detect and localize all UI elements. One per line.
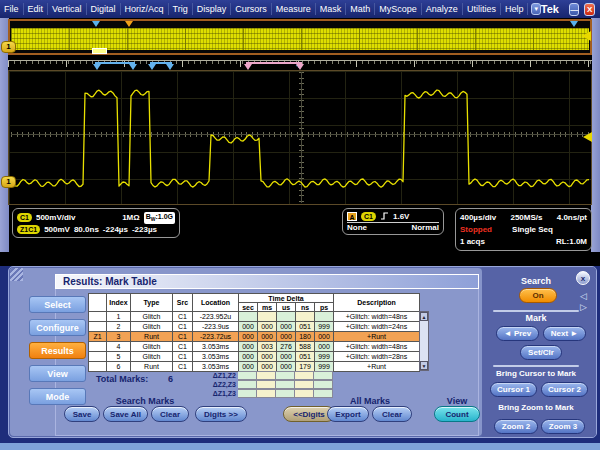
- menu-overflow-button[interactable]: ▼: [531, 3, 540, 15]
- trigger-level-arrow[interactable]: [583, 132, 592, 142]
- export-button[interactable]: Export: [327, 406, 369, 422]
- trigger-mode: Normal: [411, 223, 439, 232]
- panel-divider-2: [493, 365, 579, 367]
- zoom1-channel1-badge: Z1C1: [17, 225, 40, 234]
- channel1-waveform-trace: [9, 71, 591, 204]
- menu-bar: FileEditVerticalDigitalHoriz/AcqTrigDisp…: [0, 0, 600, 18]
- col-ps: ps: [315, 303, 334, 312]
- set-clear-button[interactable]: Set/Clr: [520, 345, 562, 360]
- menu-file[interactable]: File: [0, 3, 24, 15]
- screen-right-edge: [591, 18, 600, 252]
- mark-table-row[interactable]: 5GlitchC13.053ms000000000051999+Glitch: …: [89, 352, 420, 362]
- mark-table-body: 1GlitchC1-223.952u+Glitch: width=48ns2Gl…: [89, 312, 420, 372]
- menu-cursors[interactable]: Cursors: [231, 3, 272, 15]
- delta-empty-cell: [238, 380, 257, 389]
- sidebar-tab-configure[interactable]: Configure: [29, 319, 86, 336]
- menu-analyze[interactable]: Analyze: [422, 3, 463, 15]
- next-mark-button[interactable]: Next ►: [543, 326, 586, 341]
- panel-prev-arrow-icon[interactable]: ◁: [580, 292, 587, 301]
- menu-utilities[interactable]: Utilities: [463, 3, 501, 15]
- sidebar-tab-view[interactable]: View: [29, 365, 86, 382]
- acquisition-count: 1 acqs: [460, 237, 485, 246]
- clear-search-marks-button[interactable]: Clear: [151, 406, 189, 422]
- zoom-time-scale: 80.0ns: [74, 225, 99, 234]
- mark-table-row[interactable]: 6RuntC13.053ms000000000179999+Runt: [89, 362, 420, 372]
- menu-edit[interactable]: Edit: [24, 3, 49, 15]
- close-button[interactable]: X: [584, 3, 595, 16]
- table-scrollbar[interactable]: ▲ ▼: [419, 311, 429, 371]
- oscilloscope-app: FileEditVerticalDigitalHoriz/AcqTrigDisp…: [0, 0, 600, 450]
- count-button[interactable]: Count: [434, 406, 480, 422]
- cursor1-button[interactable]: Cursor 1: [490, 382, 537, 397]
- zoom2-button[interactable]: Zoom 2: [494, 419, 538, 434]
- menu-myscope[interactable]: MyScope: [375, 3, 422, 15]
- search-mark-bracket: [150, 62, 172, 64]
- tek-logo: Tek: [541, 3, 569, 15]
- col-src: Src: [173, 294, 193, 312]
- channel1-badge: C1: [17, 213, 32, 222]
- zoom3-button[interactable]: Zoom 3: [541, 419, 585, 434]
- menu-measure[interactable]: Measure: [272, 3, 316, 15]
- overview-window[interactable]: [8, 19, 592, 55]
- col-index: Index: [107, 294, 131, 312]
- delta-row-label: ΔZ1,Z2: [88, 371, 238, 380]
- prev-mark-button[interactable]: ◄ Prev: [496, 326, 539, 341]
- view-label: View: [432, 396, 482, 406]
- mark-table-row[interactable]: 4GlitchC13.053ms000003276588000+Glitch: …: [89, 342, 420, 352]
- delta-summary: ΔZ1,Z2ΔZ2,Z3ΔZ1,Z3: [88, 371, 333, 398]
- minimize-button[interactable]: —: [569, 3, 580, 16]
- mark-table: Index Type Src Location Time Delta Descr…: [88, 293, 420, 372]
- mark-table-row[interactable]: Z13RuntC1-223.72us000000000180000+Runt: [89, 332, 420, 342]
- overview-trigger-level-arrow[interactable]: [582, 31, 591, 41]
- search-label: Search: [484, 276, 588, 286]
- channel1-position-badge[interactable]: 1: [1, 176, 16, 188]
- menu-help[interactable]: Help: [501, 3, 529, 15]
- menu-digital[interactable]: Digital: [87, 3, 121, 15]
- mark-label: Mark: [484, 313, 588, 323]
- col-type: Type: [131, 294, 173, 312]
- overview-channel-badge[interactable]: 1: [1, 41, 16, 53]
- bring-cursor-label: Bring Cursor to Mark: [484, 369, 588, 378]
- zoom-window-indicator[interactable]: [92, 48, 107, 54]
- mark-table-row[interactable]: 2GlitchC1-223.9us000000000051999+Glitch:…: [89, 322, 420, 332]
- cursor2-button[interactable]: Cursor 2: [541, 382, 588, 397]
- bring-zoom-label: Bring Zoom to Mark: [484, 403, 588, 412]
- scroll-down-icon[interactable]: ▼: [420, 361, 428, 370]
- sidebar-tab-select[interactable]: Select: [29, 296, 86, 313]
- mark-triangle-icon: [92, 21, 100, 27]
- delta-empty-cell: [295, 371, 314, 380]
- main-waveform-window[interactable]: [8, 70, 592, 205]
- menu-vertical[interactable]: Vertical: [48, 3, 87, 15]
- menu-math[interactable]: Math: [346, 3, 375, 15]
- menu-mask[interactable]: Mask: [316, 3, 347, 15]
- trigger-source-badge: C1: [361, 212, 376, 221]
- mark-triangle-icon: [570, 21, 578, 27]
- mark-table-row[interactable]: 1GlitchC1-223.952u+Glitch: width=48ns: [89, 312, 420, 322]
- marks-track: +: [8, 55, 592, 70]
- sidebar-tab-results[interactable]: Results: [29, 342, 86, 359]
- all-marks-label: All Marks: [325, 396, 415, 406]
- save-button[interactable]: Save: [64, 406, 100, 422]
- menu-trig[interactable]: Trig: [169, 3, 193, 15]
- sample-rate: 250MS/s: [510, 213, 542, 222]
- menu-horizacq[interactable]: Horiz/Acq: [121, 3, 169, 15]
- clear-all-marks-button[interactable]: Clear: [372, 406, 412, 422]
- search-on-button[interactable]: On: [519, 288, 557, 303]
- col-ns: ns: [296, 303, 315, 312]
- acquisition-mode: Single Seq: [512, 225, 553, 234]
- panel-next-arrow-icon[interactable]: ▷: [580, 303, 587, 312]
- bandwidth-readout: BW:1.0G: [144, 212, 175, 224]
- sidebar-tab-mode[interactable]: Mode: [29, 388, 86, 405]
- digits-expand-button[interactable]: Digits >>: [195, 406, 247, 422]
- menu-display[interactable]: Display: [193, 3, 232, 15]
- delta-empty-cell: [238, 389, 257, 398]
- acquisition-status: Stopped: [460, 225, 492, 234]
- scroll-up-icon[interactable]: ▲: [420, 312, 428, 321]
- save-all-button[interactable]: Save All: [103, 406, 148, 422]
- vertical-scale: 500mV/div: [36, 213, 76, 222]
- search-marks-label: Search Marks: [90, 396, 200, 406]
- taskbar-strip: [0, 443, 600, 450]
- delta-empty-cell: [314, 380, 333, 389]
- delta-empty-cell: [295, 380, 314, 389]
- dialog-grip[interactable]: [10, 268, 23, 281]
